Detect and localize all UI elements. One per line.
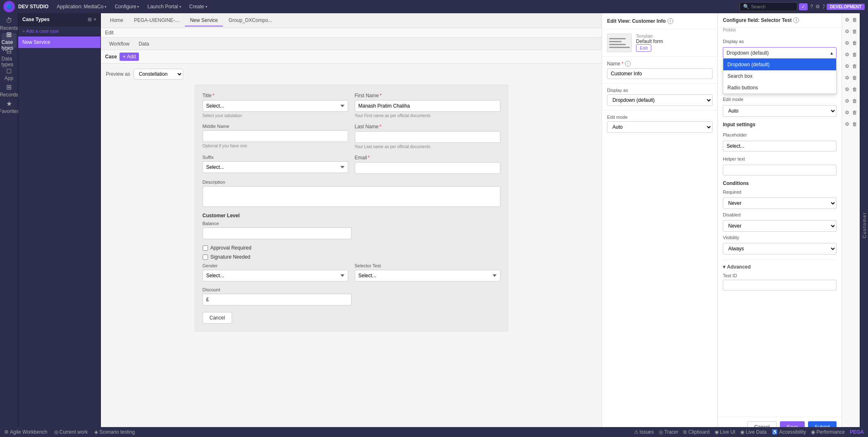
email-input[interactable]: [355, 162, 500, 174]
delete-action-icon[interactable]: 🗑: [851, 74, 858, 82]
placeholder-input[interactable]: [723, 141, 837, 151]
template-edit-button[interactable]: Edit: [636, 44, 651, 52]
settings-action-icon[interactable]: ⚙: [844, 28, 851, 35]
bottom-clipboard[interactable]: ⧉ Clipboard: [683, 429, 709, 435]
share-icon[interactable]: ⤴: [823, 4, 825, 10]
settings-action-icon[interactable]: ⚙: [844, 109, 851, 116]
delete-action-icon[interactable]: 🗑: [851, 120, 858, 128]
display-as-dropdown[interactable]: Dropdown (default) ▴: [723, 47, 837, 59]
visibility-select[interactable]: Always: [723, 243, 837, 255]
signature-checkbox[interactable]: [203, 255, 208, 260]
dropdown-option-radiobuttons[interactable]: Radio buttons: [723, 82, 836, 94]
sub-tab-workflow[interactable]: Workflow: [105, 39, 134, 48]
sidebar-item-records[interactable]: ⊞ Records: [2, 83, 17, 98]
suffix-select[interactable]: Select...: [203, 161, 348, 173]
nav-launch-portal[interactable]: Launch Portal ▾: [144, 2, 184, 11]
preview-select[interactable]: Constellation: [134, 69, 183, 79]
tab-new-service[interactable]: New Service: [185, 15, 222, 26]
selector-test-select[interactable]: Select...: [355, 270, 500, 281]
settings-action-icon[interactable]: ⚙: [844, 86, 851, 93]
expand-icon[interactable]: ⊞: [88, 17, 92, 22]
required-select[interactable]: Never: [723, 197, 837, 209]
dropdown-option-searchbox[interactable]: Search box: [723, 70, 836, 82]
name-input[interactable]: [607, 68, 713, 79]
nav-application[interactable]: Application: MediaCo ▾: [53, 2, 110, 11]
sub-tab-data[interactable]: Data: [134, 39, 153, 48]
nav-create[interactable]: Create ▾: [186, 2, 210, 11]
test-id-input[interactable]: [723, 280, 837, 291]
settings-icon[interactable]: ⚙: [815, 4, 820, 10]
display-as-select-edit[interactable]: Dropdown (default): [607, 94, 713, 106]
settings-action-icon[interactable]: ⚙: [844, 120, 851, 128]
helper-text-input[interactable]: [723, 165, 837, 175]
balance-input[interactable]: [203, 228, 352, 239]
dropdown-option-dropdown[interactable]: Dropdown (default): [723, 59, 836, 70]
bottom-performance[interactable]: ◉ Performance: [811, 429, 845, 435]
checkmark-icon[interactable]: ✓: [799, 3, 808, 10]
app-icon: ◻: [6, 67, 12, 74]
firstname-input[interactable]: [355, 100, 500, 112]
lastname-input[interactable]: [355, 131, 500, 143]
tab-pega-uiengine[interactable]: PEGA-UIENGINE-...: [129, 15, 184, 26]
nav-configure[interactable]: Configure ▾: [111, 2, 142, 11]
edit-mode-label: Edit mode: [723, 97, 837, 102]
settings-action-icon[interactable]: ⚙: [844, 74, 851, 82]
advanced-toggle[interactable]: ▾ Advanced: [723, 264, 837, 270]
settings-action-icon[interactable]: ⚙: [844, 39, 851, 47]
discount-input[interactable]: [203, 294, 352, 305]
preview-as-label: Preview as: [106, 71, 130, 77]
tab-home[interactable]: Home: [105, 15, 128, 26]
sidebar-item-recents[interactable]: ⏱ Recents: [2, 17, 17, 31]
collapse-icon[interactable]: ×: [93, 17, 96, 22]
approval-checkbox[interactable]: [203, 245, 208, 251]
tab-group-dxcompo[interactable]: Group_DXCompo...: [224, 15, 277, 26]
delete-action-icon[interactable]: 🗑: [851, 97, 858, 105]
bottom-live-data[interactable]: ◉ Live Data: [740, 429, 767, 435]
add-case-button[interactable]: + Add: [120, 53, 139, 61]
info-icon[interactable]: i: [793, 17, 799, 23]
edit-bar: Edit: [101, 28, 602, 38]
sidebar-item-app[interactable]: ◻ App: [2, 66, 17, 81]
help-icon[interactable]: ?: [810, 4, 813, 10]
sidebar-item-data-types[interactable]: ⊟ Data types: [2, 50, 17, 65]
sidebar-item-case-types[interactable]: ⊞ Case types: [2, 33, 17, 48]
settings-action-icon[interactable]: ⚙: [844, 51, 851, 58]
dropdown-menu: Dropdown (default) Search box Radio butt…: [723, 59, 837, 94]
gender-select[interactable]: Select...: [203, 270, 348, 281]
settings-action-icon[interactable]: ⚙: [844, 97, 851, 105]
settings-action-icon[interactable]: ⚙: [844, 16, 851, 24]
form-checkbox-signature: Signature Needed: [203, 254, 500, 260]
delete-action-icon[interactable]: 🗑: [851, 39, 858, 47]
bottom-bar-scenario[interactable]: ◈ Scenario testing: [94, 429, 135, 435]
email-label: Email *: [355, 155, 500, 161]
delete-action-icon[interactable]: 🗑: [851, 62, 858, 70]
sidebar-item-favorites[interactable]: ★ Favorites: [2, 99, 17, 114]
description-textarea[interactable]: [203, 186, 500, 207]
info-icon[interactable]: i: [667, 18, 673, 24]
delete-action-icon[interactable]: 🗑: [851, 16, 858, 24]
bottom-issues[interactable]: ⚠ Issues: [634, 429, 654, 435]
form-col-balance: Balance: [203, 221, 352, 239]
edit-view-panel: Edit View: Customer Info i Template Defa…: [602, 13, 717, 437]
edit-mode-select-configure[interactable]: Auto: [723, 105, 837, 117]
info-icon[interactable]: i: [625, 61, 631, 67]
settings-action-icon[interactable]: ⚙: [844, 62, 851, 70]
bottom-tracer[interactable]: ◎ Tracer: [659, 429, 678, 435]
form-cancel-button[interactable]: Cancel: [203, 312, 232, 324]
bottom-live-ui[interactable]: ◉ Live UI: [715, 429, 735, 435]
icon-sidebar: ⏱ Recents ⊞ Case types ⊟ Data types ◻ Ap…: [0, 13, 18, 437]
delete-action-icon[interactable]: 🗑: [851, 109, 858, 116]
delete-action-icon[interactable]: 🗑: [851, 86, 858, 93]
bottom-bar-current-work[interactable]: ◎ Current work: [54, 429, 88, 435]
title-select[interactable]: Select...: [203, 100, 348, 112]
disabled-select[interactable]: Never: [723, 220, 837, 232]
delete-action-icon[interactable]: 🗑: [851, 51, 858, 58]
bottom-accessibility[interactable]: ♿ Accessibility: [772, 429, 806, 435]
edit-mode-select[interactable]: Auto: [607, 121, 713, 133]
global-search[interactable]: 🔍 Search: [739, 2, 797, 11]
middlename-input[interactable]: [203, 130, 348, 142]
bottom-bar-agile[interactable]: ⚙ Agile Workbench: [4, 429, 48, 435]
delete-action-icon[interactable]: 🗑: [851, 28, 858, 35]
add-case-type-button[interactable]: + Add a case type: [18, 26, 100, 36]
case-type-item-new-service[interactable]: New Service: [18, 36, 100, 48]
